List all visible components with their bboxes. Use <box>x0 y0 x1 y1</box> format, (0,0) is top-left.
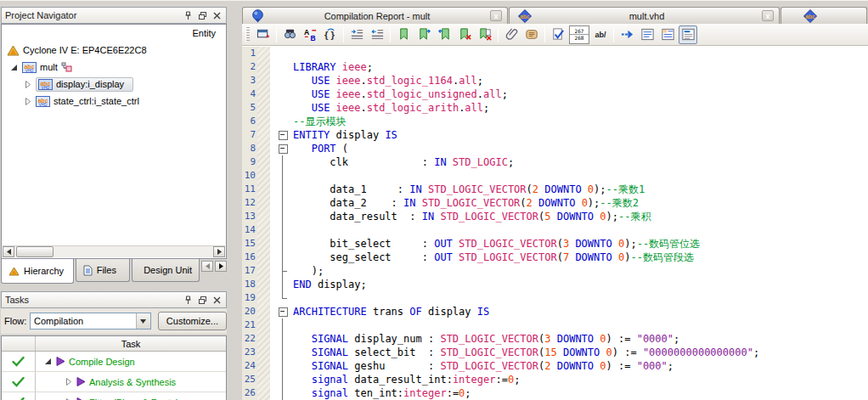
collapse-arrow-icon[interactable] <box>63 378 73 386</box>
flow-dropdown-button[interactable] <box>136 313 150 329</box>
scrollbar-track[interactable] <box>14 246 213 257</box>
toolbar-button-editor-settings[interactable]: * <box>254 25 273 44</box>
tree-item-display[interactable]: abcVHD display:i_display <box>2 76 226 93</box>
close-tab-icon[interactable]: x <box>490 10 502 21</box>
customize-button[interactable]: Customize... <box>158 312 227 330</box>
code-line[interactable]: 20ARCHITECTURE trans OF display IS <box>242 305 868 318</box>
close-tab-icon[interactable]: x <box>762 10 774 21</box>
navigator-horizontal-scrollbar[interactable] <box>3 245 225 257</box>
match-delimiter-icon: { } <box>324 27 338 42</box>
code-line[interactable]: 15 bit_select : OUT STD_LOGIC_VECTOR(3 D… <box>242 237 868 251</box>
tree-item-state-ctrl[interactable]: abcVHD state_ctrl:i_state_ctrl <box>2 93 226 110</box>
scroll-left-button[interactable] <box>3 246 14 257</box>
close-icon[interactable] <box>211 10 223 21</box>
scroll-right-button[interactable] <box>213 246 225 257</box>
code-line[interactable]: 14 <box>242 223 868 237</box>
toolbar-button-replace[interactable]: AB <box>301 25 319 44</box>
code-line[interactable]: 10 <box>242 169 868 183</box>
tab-scroll-left-button[interactable] <box>201 261 213 272</box>
expand-arrow-icon[interactable] <box>8 64 19 71</box>
tab-hierarchy[interactable]: Hierarchy <box>1 259 74 284</box>
line-number: 19 <box>242 291 256 305</box>
toolbar-button-bookmark-delete[interactable] <box>455 25 474 44</box>
toolbar-button-bookmark-previous[interactable] <box>435 25 454 44</box>
fold-marker-box[interactable] <box>276 305 290 318</box>
run-task-icon <box>56 357 65 366</box>
toolbar-button-goto[interactable] <box>617 25 636 44</box>
code-line[interactable]: 16 seg_select : OUT STD_LOGIC_VECTOR(7 D… <box>242 251 868 264</box>
toolbar-button-analyze-syntax[interactable] <box>549 25 567 44</box>
task-row-fitter[interactable]: Fitter (Place & Route) <box>2 392 226 400</box>
code-line[interactable]: 2LIBRARY ieee; <box>242 60 868 74</box>
code-line[interactable]: 5 USE ieee.std_logic_arith.all; <box>242 101 868 115</box>
tab-scroll-right-button[interactable] <box>215 261 227 272</box>
tree-item-device[interactable]: Cyclone IV E: EP4CE6E22C8 <box>2 42 226 59</box>
code-line[interactable]: 8 PORT ( <box>242 142 868 155</box>
tree-item-mult[interactable]: abcVHD mult <box>2 59 226 76</box>
tab-mult-vhd[interactable]: abc mult.vhd x <box>509 7 780 24</box>
scrollbar-thumb[interactable] <box>16 246 54 257</box>
code-token <box>293 387 312 399</box>
code-line[interactable]: 4 USE ieee.std_logic_unsigned.all; <box>242 87 868 101</box>
code-line[interactable]: 24 SIGNAL geshu : STD_LOGIC_VECTOR(2 DOW… <box>242 359 868 373</box>
toolbar-button-match-delimiter[interactable]: { } <box>321 25 340 44</box>
collapse-arrow-icon[interactable] <box>22 81 32 88</box>
pin-icon[interactable] <box>182 10 194 21</box>
fold-marker-box[interactable] <box>276 142 290 155</box>
toolbar-button-attach[interactable] <box>502 25 521 44</box>
tab-compilation-report[interactable]: Compilation Report - mult x <box>242 7 508 24</box>
code-text: PORT ( <box>293 142 348 155</box>
toolbar-button-comment[interactable]: ab/ <box>591 25 610 44</box>
code-line[interactable]: 26 signal ten_int:integer:=0; <box>242 386 868 400</box>
code-line[interactable]: 11 data_1 : IN STD_LOGIC_VECTOR(2 DOWNTO… <box>242 183 868 196</box>
tab-design-units[interactable]: Design Unit <box>132 259 200 282</box>
code-line[interactable]: 13 data_result : IN STD_LOGIC_VECTOR(5 D… <box>242 210 868 223</box>
flow-select[interactable]: Compilation <box>30 313 151 330</box>
toolbar-button-bookmark-delete-all[interactable] <box>476 25 494 44</box>
fold-marker-box[interactable] <box>276 128 290 142</box>
collapse-arrow-icon[interactable] <box>22 98 32 105</box>
code-line[interactable]: 3 USE ieee.std_logic_1164.all; <box>242 74 868 87</box>
code-line[interactable]: 19 <box>242 291 868 305</box>
toolbar-grip[interactable] <box>245 27 250 42</box>
task-row-compile-design[interactable]: Compile Design <box>2 352 226 372</box>
code-text: ); <box>293 264 324 278</box>
toolbar-button-outline-list[interactable] <box>638 25 657 44</box>
macro-icon <box>525 27 539 42</box>
pin-icon[interactable] <box>182 295 194 306</box>
code-line[interactable]: 9 clk : IN STD_LOGIC; <box>242 155 868 169</box>
toolbar-button-macro[interactable] <box>522 25 541 44</box>
toolbar-button-bookmark-toggle[interactable] <box>394 25 413 44</box>
code-line[interactable]: 25 signal data_result_int:integer:=0; <box>242 373 868 386</box>
entity-column-header[interactable]: Entity <box>2 25 226 42</box>
code-token: IN <box>409 183 421 195</box>
code-line[interactable]: 22 SIGNAL display_num : STD_LOGIC_VECTOR… <box>242 332 868 346</box>
code-token: std_logic_1164 <box>367 75 453 87</box>
close-icon[interactable] <box>211 295 223 306</box>
code-line[interactable]: 6--显示模块 <box>242 115 868 128</box>
float-window-icon[interactable] <box>196 10 208 21</box>
expand-arrow-icon[interactable] <box>42 358 53 365</box>
toolbar-button-decrease-indent[interactable] <box>368 25 386 44</box>
toolbar-button-bookmark-next[interactable] <box>414 25 433 44</box>
float-window-icon[interactable] <box>196 295 208 306</box>
toolbar-button-outline-full[interactable] <box>679 25 697 44</box>
toolbar-button-find[interactable] <box>280 25 299 44</box>
code-line[interactable]: 21 <box>242 318 868 332</box>
code-line[interactable]: 23 SIGNAL select_bit : STD_LOGIC_VECTOR(… <box>242 346 868 359</box>
toolbar-button-outline-tree[interactable] <box>658 25 677 44</box>
tab-partial[interactable]: abc <box>781 7 867 24</box>
code-line[interactable]: 17 ); <box>242 264 868 278</box>
code-view[interactable]: 12LIBRARY ieee;3 USE ieee.std_logic_1164… <box>242 47 868 400</box>
toolbar-button-line-counter[interactable]: 267268 <box>569 25 589 44</box>
tab-files[interactable]: Files <box>76 259 130 282</box>
code-line[interactable]: 12 data_2 : IN STD_LOGIC_VECTOR(2 DOWNTO… <box>242 196 868 210</box>
code-line[interactable]: 7ENTITY display IS <box>242 128 868 142</box>
code-line[interactable]: 1 <box>242 47 868 60</box>
bookmark-previous-icon <box>437 27 452 42</box>
code-line[interactable]: 18END display; <box>242 278 868 291</box>
toolbar-button-increase-indent[interactable] <box>347 25 366 44</box>
replace-icon: AB <box>303 27 318 42</box>
code-token <box>453 251 459 263</box>
task-row-analysis-synthesis[interactable]: Analysis & Synthesis <box>2 372 226 392</box>
